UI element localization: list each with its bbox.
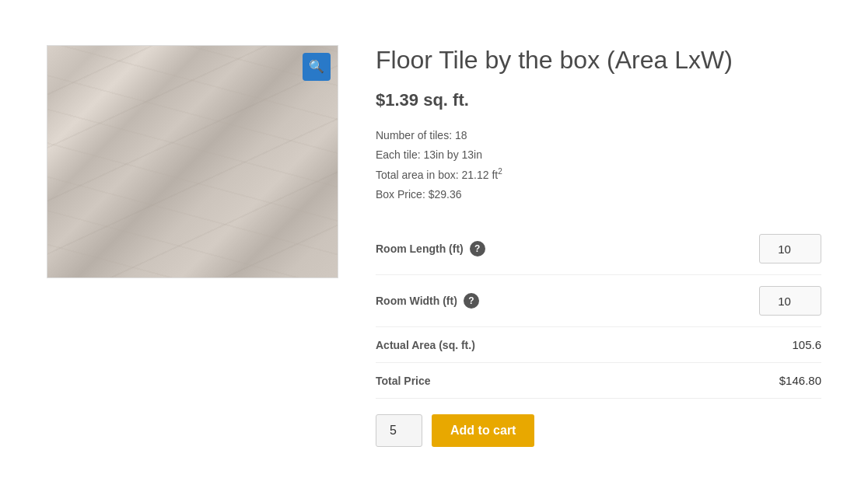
quantity-input[interactable]: [376, 414, 422, 447]
product-title: Floor Tile by the box (Area LxW): [376, 45, 821, 75]
room-width-label-group: Room Width (ft) ?: [376, 293, 479, 309]
room-length-row: Room Length (ft) ?: [376, 223, 821, 275]
room-width-input[interactable]: [759, 286, 821, 316]
room-width-row: Room Width (ft) ?: [376, 275, 821, 327]
product-price: $1.39 sq. ft.: [376, 90, 821, 110]
product-image-section: 🔍: [47, 45, 338, 278]
total-price-value: $146.80: [779, 374, 821, 387]
total-price-label: Total Price: [376, 375, 431, 387]
product-specs: Number of tiles: 18 Each tile: 13in by 1…: [376, 126, 821, 204]
room-length-label: Room Length (ft): [376, 243, 464, 255]
room-length-help-icon[interactable]: ?: [470, 241, 485, 256]
zoom-button[interactable]: 🔍: [303, 53, 331, 81]
room-width-label: Room Width (ft): [376, 295, 457, 307]
room-length-input[interactable]: [759, 234, 821, 263]
actual-area-value: 105.6: [792, 338, 821, 351]
add-to-cart-button[interactable]: Add to cart: [432, 414, 534, 447]
room-width-help-icon[interactable]: ?: [464, 293, 479, 309]
each-tile: Each tile: 13in by 13in: [376, 145, 821, 165]
number-of-tiles: Number of tiles: 18: [376, 126, 821, 145]
product-image: [47, 45, 338, 278]
total-price-row: Total Price $146.80: [376, 363, 821, 399]
zoom-icon: 🔍: [309, 59, 324, 74]
action-row: Add to cart: [376, 414, 821, 447]
product-details: Floor Tile by the box (Area LxW) $1.39 s…: [376, 45, 821, 448]
actual-area-row: Actual Area (sq. ft.) 105.6: [376, 327, 821, 363]
actual-area-label: Actual Area (sq. ft.): [376, 339, 475, 351]
room-length-label-group: Room Length (ft) ?: [376, 241, 485, 256]
total-area: Total area in box: 21.12 ft2: [376, 165, 821, 185]
box-price: Box Price: $29.36: [376, 185, 821, 204]
product-container: 🔍 Floor Tile by the box (Area LxW) $1.39…: [0, 22, 868, 471]
